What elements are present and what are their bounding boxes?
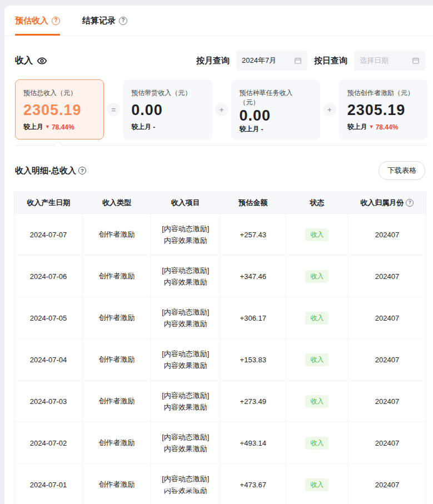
header-type: 收入类型: [83, 192, 151, 214]
help-icon[interactable]: ?: [52, 17, 60, 25]
table-row: 2024-07-01 创作者激励 [内容动态激励]内容效果激励 +473.67 …: [14, 464, 426, 504]
income-detail-table: 收入产生日期 收入类型 收入项目 预估金额 状态 收入归属月份 ? 2024-0…: [14, 191, 426, 504]
status-badge: 收入: [305, 437, 329, 450]
cell-month: 202407: [348, 339, 426, 381]
stat-compare: 较上月 -: [240, 124, 312, 134]
tab-bar: 预估收入 ? 结算记录 ?: [4, 6, 433, 36]
calendar-icon: [294, 57, 302, 64]
stat-label: 预估种草任务收入（元）: [240, 88, 312, 107]
divider: [15, 145, 428, 146]
cell-status: 收入: [286, 422, 349, 464]
tab-estimated-income[interactable]: 预估收入 ?: [15, 6, 60, 36]
compare-label: 较上月: [131, 122, 151, 132]
cell-date: 2024-07-05: [14, 297, 83, 339]
compare-label: 较上月: [347, 122, 367, 132]
cell-status: 收入: [286, 214, 349, 256]
cell-project: [内容动态激励]内容效果激励: [151, 214, 220, 256]
cell-amount: +257.43: [220, 214, 286, 256]
help-icon[interactable]: ?: [78, 167, 86, 174]
stat-cards-row: 预估总收入（元） 2305.19 较上月 ▼ 78.44% = 预估带货收入（元…: [15, 79, 428, 139]
date-filters: 按月查询 2024年7月 按日查询 选择日期: [196, 51, 425, 71]
day-picker-placeholder: 选择日期: [360, 56, 389, 66]
month-picker-input[interactable]: 2024年7月: [236, 51, 307, 71]
cell-type: 创作者激励: [83, 256, 151, 297]
table-row: 2024-07-04 创作者激励 [内容动态激励]内容效果激励 +153.83 …: [14, 339, 426, 381]
detail-section-title: 收入明细-总收入 ?: [15, 166, 86, 176]
plus-icon: +: [215, 103, 228, 116]
status-badge: 收入: [305, 478, 329, 491]
help-icon[interactable]: ?: [406, 199, 414, 207]
status-badge: 收入: [305, 228, 329, 241]
trend-down-icon: ▼: [45, 124, 50, 129]
cell-month: 202407: [348, 464, 426, 504]
cell-status: 收入: [286, 381, 349, 422]
cell-date: 2024-07-02: [14, 422, 83, 464]
header-project: 收入项目: [151, 192, 220, 214]
cell-date: 2024-07-01: [14, 464, 83, 504]
compare-delta: 78.44%: [376, 123, 399, 131]
calendar-icon: [412, 57, 420, 64]
stat-value: 2305.19: [347, 102, 420, 119]
cell-month: 202407: [348, 381, 426, 422]
detail-title-label: 收入明细-总收入: [15, 166, 76, 176]
cell-status: 收入: [286, 339, 349, 381]
month-query-label: 按月查询: [196, 56, 230, 66]
table-row: 2024-07-03 创作者激励 [内容动态激励]内容效果激励 +273.49 …: [14, 381, 426, 422]
cell-amount: +306.17: [220, 297, 286, 339]
stat-value: 0.00: [240, 107, 312, 124]
day-picker-input[interactable]: 选择日期: [354, 51, 425, 71]
stat-card-goods-income[interactable]: 预估带货收入（元） 0.00 较上月 -: [123, 79, 212, 139]
cell-type: 创作者激励: [83, 297, 151, 339]
stat-card-seeding-task-income[interactable]: 预估种草任务收入（元） 0.00 较上月 -: [231, 79, 320, 139]
cell-project: [内容动态激励]内容效果激励: [151, 464, 220, 504]
cell-project: [内容动态激励]内容效果激励: [151, 297, 220, 339]
cell-date: 2024-07-03: [14, 381, 83, 422]
stat-card-total-income[interactable]: 预估总收入（元） 2305.19 较上月 ▼ 78.44%: [15, 79, 104, 139]
cell-amount: +153.83: [220, 339, 286, 381]
help-icon[interactable]: ?: [119, 17, 127, 25]
table-header-row: 收入产生日期 收入类型 收入项目 预估金额 状态 收入归属月份 ?: [14, 192, 426, 214]
cell-amount: +493.14: [220, 422, 286, 464]
compare-label: 较上月: [23, 122, 43, 132]
main-panel: 预估收入 ? 结算记录 ? 收入 按月查询 2024年7月: [4, 6, 433, 504]
compare-delta: 78.44%: [52, 123, 74, 131]
stat-label: 预估带货收入（元）: [131, 88, 203, 98]
stat-card-creator-incentive[interactable]: 预估创作者激励（元） 2305.19 较上月 ▼ 78.44%: [339, 79, 428, 139]
cell-status: 收入: [286, 464, 349, 504]
stat-compare: 较上月 ▼ 78.44%: [23, 122, 96, 132]
tab-settlement-record[interactable]: 结算记录 ?: [82, 6, 127, 36]
caret-up-icon: [54, 141, 63, 149]
stat-compare: 较上月 -: [131, 122, 203, 132]
cell-amount: +347.46: [220, 256, 286, 297]
cell-amount: +473.67: [220, 464, 286, 504]
compare-delta: -: [261, 126, 263, 133]
equals-icon: =: [107, 103, 120, 116]
cell-type: 创作者激励: [83, 464, 151, 504]
detail-section-header: 收入明细-总收入 ? 下载表格: [15, 161, 425, 180]
compare-label: 较上月: [240, 124, 260, 134]
tab-label: 结算记录: [82, 16, 116, 26]
table-row: 2024-07-07 创作者激励 [内容动态激励]内容效果激励 +257.43 …: [14, 214, 426, 256]
cell-date: 2024-07-07: [14, 214, 83, 256]
table-row: 2024-07-02 创作者激励 [内容动态激励]内容效果激励 +493.14 …: [14, 422, 426, 464]
cell-project: [内容动态激励]内容效果激励: [151, 256, 220, 297]
eye-icon[interactable]: [37, 56, 47, 66]
cell-date: 2024-07-06: [14, 256, 83, 297]
cell-month: 202407: [348, 422, 426, 464]
stat-compare: 较上月 ▼ 78.44%: [347, 122, 420, 132]
cell-type: 创作者激励: [83, 422, 151, 464]
download-table-button[interactable]: 下载表格: [379, 161, 425, 180]
table-row: 2024-07-05 创作者激励 [内容动态激励]内容效果激励 +306.17 …: [14, 297, 426, 339]
income-title: 收入: [15, 55, 47, 67]
cell-date: 2024-07-04: [14, 339, 83, 381]
cell-project: [内容动态激励]内容效果激励: [151, 339, 220, 381]
header-amount: 预估金额: [220, 192, 286, 214]
stat-value: 2305.19: [23, 102, 96, 119]
stat-label: 预估创作者激励（元）: [347, 88, 420, 98]
cell-type: 创作者激励: [83, 381, 151, 422]
header-date: 收入产生日期: [14, 192, 83, 214]
month-picker-value: 2024年7月: [242, 56, 276, 66]
trend-down-icon: ▼: [369, 124, 374, 129]
status-badge: 收入: [305, 312, 329, 325]
cell-status: 收入: [286, 256, 349, 297]
